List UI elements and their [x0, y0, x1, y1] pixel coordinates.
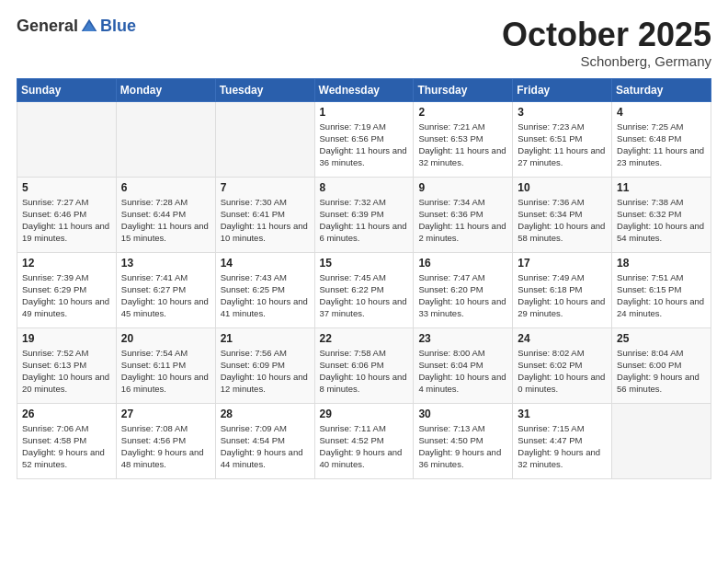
- table-row: 17Sunrise: 7:49 AM Sunset: 6:18 PM Dayli…: [513, 252, 612, 327]
- day-info: Sunrise: 7:34 AM Sunset: 6:36 PM Dayligh…: [418, 196, 507, 245]
- day-info: Sunrise: 7:09 AM Sunset: 4:54 PM Dayligh…: [221, 422, 310, 471]
- calendar-week-row: 1Sunrise: 7:19 AM Sunset: 6:56 PM Daylig…: [17, 101, 711, 177]
- col-sunday: Sunday: [17, 78, 117, 101]
- day-info: Sunrise: 8:04 AM Sunset: 6:00 PM Dayligh…: [617, 347, 706, 396]
- day-number: 5: [22, 181, 111, 194]
- day-info: Sunrise: 7:32 AM Sunset: 6:39 PM Dayligh…: [320, 196, 409, 245]
- day-info: Sunrise: 7:13 AM Sunset: 4:50 PM Dayligh…: [418, 422, 507, 471]
- day-number: 19: [22, 332, 111, 345]
- calendar-week-row: 5Sunrise: 7:27 AM Sunset: 6:46 PM Daylig…: [17, 177, 711, 252]
- day-info: Sunrise: 7:49 AM Sunset: 6:18 PM Dayligh…: [518, 271, 607, 320]
- day-info: Sunrise: 7:23 AM Sunset: 6:51 PM Dayligh…: [518, 121, 607, 169]
- table-row: 1Sunrise: 7:19 AM Sunset: 6:56 PM Daylig…: [314, 101, 414, 177]
- table-row: 18Sunrise: 7:51 AM Sunset: 6:15 PM Dayli…: [612, 252, 711, 327]
- day-info: Sunrise: 7:11 AM Sunset: 4:52 PM Dayligh…: [320, 422, 409, 471]
- day-info: Sunrise: 7:25 AM Sunset: 6:48 PM Dayligh…: [617, 121, 706, 169]
- table-row: 3Sunrise: 7:23 AM Sunset: 6:51 PM Daylig…: [513, 101, 612, 177]
- day-info: Sunrise: 7:39 AM Sunset: 6:29 PM Dayligh…: [22, 271, 111, 320]
- calendar-week-row: 26Sunrise: 7:06 AM Sunset: 4:58 PM Dayli…: [17, 403, 711, 478]
- table-row: 11Sunrise: 7:38 AM Sunset: 6:32 PM Dayli…: [612, 177, 711, 252]
- day-number: 18: [617, 257, 706, 270]
- table-row: 2Sunrise: 7:21 AM Sunset: 6:53 PM Daylig…: [414, 101, 513, 177]
- day-number: 6: [121, 181, 210, 194]
- day-number: 10: [518, 181, 607, 194]
- title-block: October 2025 Schonberg, Germany: [502, 17, 711, 69]
- col-saturday: Saturday: [612, 78, 711, 101]
- col-monday: Monday: [116, 78, 215, 101]
- table-row: 10Sunrise: 7:36 AM Sunset: 6:34 PM Dayli…: [513, 177, 612, 252]
- day-info: Sunrise: 7:47 AM Sunset: 6:20 PM Dayligh…: [418, 271, 507, 320]
- table-row: 15Sunrise: 7:45 AM Sunset: 6:22 PM Dayli…: [314, 252, 414, 327]
- day-number: 30: [418, 408, 507, 420]
- calendar-week-row: 12Sunrise: 7:39 AM Sunset: 6:29 PM Dayli…: [17, 252, 711, 327]
- table-row: 30Sunrise: 7:13 AM Sunset: 4:50 PM Dayli…: [414, 403, 513, 478]
- day-number: 28: [221, 408, 310, 420]
- day-info: Sunrise: 7:38 AM Sunset: 6:32 PM Dayligh…: [617, 196, 706, 245]
- day-number: 2: [418, 106, 507, 119]
- page: General Blue October 2025 Schonberg, Ger…: [0, 0, 728, 563]
- day-info: Sunrise: 7:21 AM Sunset: 6:53 PM Dayligh…: [418, 121, 507, 169]
- logo-blue: Blue: [100, 17, 136, 36]
- table-row: 6Sunrise: 7:28 AM Sunset: 6:44 PM Daylig…: [116, 177, 215, 252]
- col-thursday: Thursday: [414, 78, 513, 101]
- table-row: 31Sunrise: 7:15 AM Sunset: 4:47 PM Dayli…: [513, 403, 612, 478]
- logo: General Blue: [17, 17, 136, 36]
- day-info: Sunrise: 7:36 AM Sunset: 6:34 PM Dayligh…: [518, 196, 607, 245]
- day-number: 24: [518, 332, 607, 345]
- day-info: Sunrise: 7:15 AM Sunset: 4:47 PM Dayligh…: [518, 422, 607, 471]
- day-number: 3: [518, 106, 607, 119]
- logo-icon: [80, 17, 98, 36]
- day-number: 22: [320, 332, 409, 345]
- table-row: 16Sunrise: 7:47 AM Sunset: 6:20 PM Dayli…: [414, 252, 513, 327]
- day-info: Sunrise: 7:43 AM Sunset: 6:25 PM Dayligh…: [221, 271, 310, 320]
- day-number: 23: [418, 332, 507, 345]
- day-info: Sunrise: 7:51 AM Sunset: 6:15 PM Dayligh…: [617, 271, 706, 320]
- day-number: 25: [617, 332, 706, 345]
- table-row: 29Sunrise: 7:11 AM Sunset: 4:52 PM Dayli…: [314, 403, 414, 478]
- table-row: 23Sunrise: 8:00 AM Sunset: 6:04 PM Dayli…: [414, 327, 513, 403]
- table-row: 8Sunrise: 7:32 AM Sunset: 6:39 PM Daylig…: [314, 177, 414, 252]
- day-info: Sunrise: 7:30 AM Sunset: 6:41 PM Dayligh…: [221, 196, 310, 245]
- table-row: 26Sunrise: 7:06 AM Sunset: 4:58 PM Dayli…: [17, 403, 117, 478]
- logo-text: General Blue: [17, 17, 136, 36]
- header: General Blue October 2025 Schonberg, Ger…: [17, 17, 711, 69]
- table-row: 14Sunrise: 7:43 AM Sunset: 6:25 PM Dayli…: [215, 252, 314, 327]
- day-info: Sunrise: 8:00 AM Sunset: 6:04 PM Dayligh…: [418, 347, 507, 396]
- day-info: Sunrise: 7:54 AM Sunset: 6:11 PM Dayligh…: [121, 347, 210, 396]
- table-row: 12Sunrise: 7:39 AM Sunset: 6:29 PM Dayli…: [17, 252, 117, 327]
- table-row: 27Sunrise: 7:08 AM Sunset: 4:56 PM Dayli…: [116, 403, 215, 478]
- day-number: 20: [121, 332, 210, 345]
- table-row: 19Sunrise: 7:52 AM Sunset: 6:13 PM Dayli…: [17, 327, 117, 403]
- day-number: 26: [22, 408, 111, 420]
- day-info: Sunrise: 7:41 AM Sunset: 6:27 PM Dayligh…: [121, 271, 210, 320]
- table-row: 4Sunrise: 7:25 AM Sunset: 6:48 PM Daylig…: [612, 101, 711, 177]
- day-info: Sunrise: 7:56 AM Sunset: 6:09 PM Dayligh…: [221, 347, 310, 396]
- table-row: 25Sunrise: 8:04 AM Sunset: 6:00 PM Dayli…: [612, 327, 711, 403]
- table-row: 24Sunrise: 8:02 AM Sunset: 6:02 PM Dayli…: [513, 327, 612, 403]
- col-tuesday: Tuesday: [215, 78, 314, 101]
- day-number: 8: [320, 181, 409, 194]
- table-row: 20Sunrise: 7:54 AM Sunset: 6:11 PM Dayli…: [116, 327, 215, 403]
- day-info: Sunrise: 7:08 AM Sunset: 4:56 PM Dayligh…: [121, 422, 210, 471]
- table-row: [612, 403, 711, 478]
- day-info: Sunrise: 7:52 AM Sunset: 6:13 PM Dayligh…: [22, 347, 111, 396]
- day-info: Sunrise: 7:27 AM Sunset: 6:46 PM Dayligh…: [22, 196, 111, 245]
- day-number: 15: [320, 257, 409, 270]
- day-info: Sunrise: 7:28 AM Sunset: 6:44 PM Dayligh…: [121, 196, 210, 245]
- day-number: 12: [22, 257, 111, 270]
- day-info: Sunrise: 7:58 AM Sunset: 6:06 PM Dayligh…: [320, 347, 409, 396]
- day-number: 13: [121, 257, 210, 270]
- table-row: [17, 101, 117, 177]
- table-row: [215, 101, 314, 177]
- col-friday: Friday: [513, 78, 612, 101]
- col-wednesday: Wednesday: [314, 78, 414, 101]
- day-number: 9: [418, 181, 507, 194]
- table-row: 21Sunrise: 7:56 AM Sunset: 6:09 PM Dayli…: [215, 327, 314, 403]
- day-info: Sunrise: 8:02 AM Sunset: 6:02 PM Dayligh…: [518, 347, 607, 396]
- table-row: 5Sunrise: 7:27 AM Sunset: 6:46 PM Daylig…: [17, 177, 117, 252]
- month-title: October 2025: [502, 17, 711, 53]
- table-row: 28Sunrise: 7:09 AM Sunset: 4:54 PM Dayli…: [215, 403, 314, 478]
- calendar-header-row: Sunday Monday Tuesday Wednesday Thursday…: [17, 78, 711, 101]
- day-number: 17: [518, 257, 607, 270]
- calendar-week-row: 19Sunrise: 7:52 AM Sunset: 6:13 PM Dayli…: [17, 327, 711, 403]
